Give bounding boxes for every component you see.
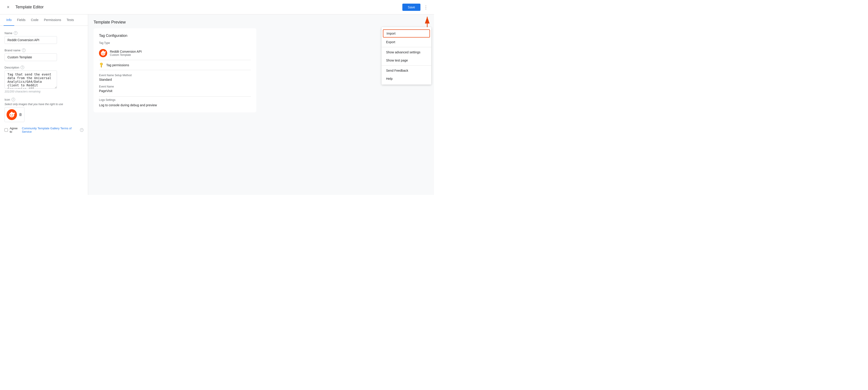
tag-type-info: Reddit Conversion API Custom Template: [110, 50, 142, 57]
svg-point-3: [12, 114, 13, 115]
event-name-setup-label: Event Name Setup Method: [99, 74, 251, 77]
app-title: Template Editor: [16, 5, 43, 9]
main-layout: Info Fields Code Permissions Tests Name …: [0, 14, 434, 195]
description-help-icon[interactable]: ?: [21, 66, 24, 69]
reddit-svg-icon: [7, 110, 16, 119]
name-help-icon[interactable]: ?: [14, 31, 18, 35]
event-section: Event Name Setup Method Standard Event N…: [99, 74, 251, 93]
brand-help-icon[interactable]: ?: [22, 49, 26, 52]
description-field-group: Description ? Tag that send the event da…: [4, 66, 84, 93]
tag-reddit-icon: [99, 49, 107, 57]
tos-link[interactable]: Community Template Gallery Terms of Serv…: [22, 127, 78, 133]
tab-permissions[interactable]: Permissions: [41, 14, 64, 26]
tag-name: Reddit Conversion API: [110, 50, 142, 53]
tos-text: Agree to: [10, 127, 20, 133]
svg-point-2: [10, 114, 11, 115]
tab-info[interactable]: Info: [4, 14, 14, 26]
close-icon: ×: [7, 4, 9, 10]
logs-value: Log to console during debug and preview: [99, 103, 251, 107]
header-left: × Template Editor: [4, 4, 43, 11]
dropdown-help[interactable]: Help: [381, 74, 431, 83]
tag-type-item: Reddit Conversion API Custom Template: [99, 46, 251, 60]
icon-help-icon[interactable]: ?: [11, 98, 15, 101]
brand-field-group: Brand name ?: [4, 49, 84, 61]
more-icon: ⋮: [424, 4, 428, 10]
event-name-label: Event Name: [99, 85, 251, 88]
dropdown-divider-2: [381, 65, 431, 66]
icon-label: Icon ?: [4, 98, 84, 101]
preview-title: Template Preview: [94, 20, 429, 25]
delete-icon-button[interactable]: 🗑: [19, 113, 22, 117]
dropdown-show-test[interactable]: Show test page: [381, 56, 431, 64]
dropdown-export[interactable]: Export: [381, 38, 431, 46]
svg-point-14: [105, 51, 106, 53]
reddit-icon: [6, 109, 17, 120]
svg-point-11: [103, 53, 104, 54]
event-name-setup-value: Standard: [99, 78, 251, 81]
tos-checkbox[interactable]: [4, 128, 8, 132]
tos-checkbox-row: Agree to Community Template Gallery Term…: [4, 127, 84, 133]
tos-help-icon[interactable]: ?: [80, 128, 84, 132]
description-label: Description ?: [4, 66, 84, 69]
icon-note: Select only images that you have the rig…: [4, 103, 84, 106]
save-button[interactable]: Save: [402, 4, 421, 11]
dropdown-send-feedback[interactable]: Send Feedback: [381, 66, 431, 74]
close-button[interactable]: ×: [4, 4, 12, 11]
tag-type-label: Tag Type: [99, 41, 251, 44]
tab-tests[interactable]: Tests: [64, 14, 76, 26]
header: × Template Editor Save ⋮: [0, 0, 434, 14]
tag-reddit-svg: [99, 49, 107, 57]
event-name-value: PageVisit: [99, 89, 251, 93]
header-right: Save ⋮: [402, 4, 430, 11]
tabs-bar: Info Fields Code Permissions Tests: [0, 14, 88, 26]
tab-code[interactable]: Code: [28, 14, 41, 26]
char-count: 101/200 characters remaining: [4, 90, 84, 93]
icon-field-group: Icon ? Select only images that you have …: [4, 98, 84, 122]
description-input[interactable]: Tag that send the event data from the Un…: [4, 70, 57, 89]
logs-settings-label: Logs Settings: [99, 98, 251, 101]
svg-point-10: [102, 53, 103, 54]
tag-permissions-item: 🔑 Tag permissions: [99, 60, 251, 70]
info-form: Name ? Brand name ? Description ? T: [0, 26, 88, 139]
name-label: Name ?: [4, 31, 84, 35]
right-panel: Template Preview Tag Configuration Tag T…: [88, 14, 434, 195]
tag-config-card: Tag Configuration Tag Type: [94, 28, 256, 112]
brand-input[interactable]: [4, 53, 57, 61]
svg-point-6: [13, 113, 15, 114]
dropdown-show-advanced[interactable]: Show advanced settings: [381, 48, 431, 56]
svg-point-12: [102, 51, 103, 52]
logs-section: Logs Settings Log to console during debu…: [99, 98, 251, 107]
left-panel: Info Fields Code Permissions Tests Name …: [0, 14, 88, 195]
tag-config-title: Tag Configuration: [99, 34, 251, 38]
name-field-group: Name ?: [4, 31, 84, 44]
tag-sub: Custom Template: [110, 53, 142, 57]
tab-fields[interactable]: Fields: [14, 14, 28, 26]
dropdown-menu: Import Export Show advanced settings Sho…: [381, 27, 431, 85]
tag-permissions-label: Tag permissions: [106, 63, 129, 67]
dropdown-import[interactable]: Import: [383, 29, 430, 37]
svg-point-4: [11, 112, 12, 113]
more-options-button[interactable]: ⋮: [422, 4, 430, 11]
brand-label: Brand name ?: [4, 49, 84, 52]
key-icon: 🔑: [98, 62, 104, 68]
name-input[interactable]: [4, 36, 57, 44]
icon-preview-area: 🗑: [4, 107, 24, 122]
